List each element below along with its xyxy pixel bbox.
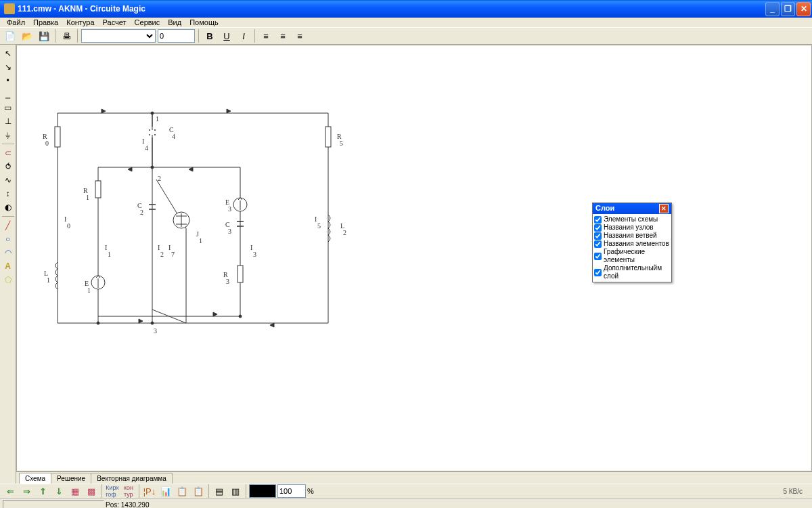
layer-item[interactable]: Названия элементов <box>594 240 670 248</box>
align-center-button[interactable]: ≡ <box>275 28 290 43</box>
current-tool[interactable]: ↕ <box>1 188 15 200</box>
bottom-tabs: Схема Решение Векторная диаграмма <box>16 471 812 484</box>
svg-text:2: 2 <box>158 175 161 182</box>
wire-tool[interactable]: ⎯ <box>1 88 15 100</box>
layer-item[interactable]: Названия ветвей <box>594 232 670 240</box>
font-combo[interactable] <box>81 29 156 43</box>
svg-text:7: 7 <box>171 251 175 258</box>
doc1-button[interactable]: 📋 <box>175 484 189 499</box>
node-tool[interactable]: • <box>1 75 15 87</box>
svg-text:1: 1 <box>87 287 91 294</box>
size-spinner[interactable] <box>158 29 195 43</box>
color-combo[interactable] <box>249 484 276 498</box>
menu-calc[interactable]: Расчет <box>99 18 131 26</box>
chart-button[interactable]: 📊 <box>158 484 173 499</box>
tool-b-button[interactable]: ▥ <box>228 484 243 499</box>
layer-checkbox[interactable] <box>594 269 602 276</box>
cursor-tool[interactable]: ↖ <box>1 47 15 60</box>
print-button[interactable]: 🖶 <box>59 28 74 43</box>
svg-text:4: 4 <box>145 144 148 152</box>
doc2-button[interactable]: 📋 <box>191 484 206 499</box>
svg-text:3: 3 <box>228 205 231 213</box>
layers-panel[interactable]: Слои ✕ Элементы схемы Названия узлов Наз… <box>592 203 672 282</box>
canvas[interactable]: R0 R5 R1 R3 C4 C2 C3 L1 L2 E1 E3 J1 1 2 … <box>16 45 812 471</box>
layer-item[interactable]: Названия узлов <box>594 224 670 232</box>
meter-tool[interactable]: ◐ <box>1 201 15 213</box>
italic-button[interactable]: I <box>236 28 251 43</box>
nav-down-button[interactable]: ⇓ <box>51 484 66 499</box>
menu-help[interactable]: Помощь <box>185 18 223 26</box>
line-tool[interactable]: ╱ <box>1 219 15 232</box>
arrow-tool[interactable]: ↘ <box>1 61 15 73</box>
left-toolbox: ↖ ↘ • ⎯ ▭ ⊥ ⏚ ⊂ ⥀ ∿ ↕ ◐ ╱ ○ ◠ A ⬠ <box>0 45 16 484</box>
menu-service[interactable]: Сервис <box>131 18 164 26</box>
svg-text:1: 1 <box>199 237 202 245</box>
align-right-button[interactable]: ≡ <box>292 28 307 43</box>
new-button[interactable]: 📄 <box>3 28 18 43</box>
layer-item[interactable]: Дополнительныйм слой <box>594 264 670 280</box>
svg-text:1: 1 <box>86 194 89 201</box>
bottom-toolbar: ⇐ ⇒ ⇑ ⇓ ▦ ▩ Кирхгоф контур ¦P↓ 📊 📋 📋 ▤ ▥… <box>0 484 812 499</box>
tab-schema[interactable]: Схема <box>19 473 51 484</box>
save-button[interactable]: 💾 <box>37 28 51 43</box>
svg-point-2 <box>151 322 154 324</box>
resistor-tool[interactable]: ▭ <box>1 102 15 114</box>
capacitor-tool[interactable]: ⊥ <box>1 115 15 127</box>
svg-text:I: I <box>250 244 252 251</box>
layer-checkbox[interactable] <box>594 253 602 260</box>
menu-file[interactable]: Файл <box>3 18 29 26</box>
tab-vector[interactable]: Векторная диаграмма <box>91 473 173 484</box>
maximize-button[interactable]: ❐ <box>781 2 795 16</box>
arc-tool[interactable]: ◠ <box>1 247 15 259</box>
layer-item[interactable]: Элементы схемы <box>594 215 670 224</box>
param-button[interactable]: ¦P↓ <box>142 484 157 499</box>
menu-edit[interactable]: Правка <box>29 18 62 26</box>
status-pos: Pos: 1430,290 <box>106 501 150 508</box>
calc-kon-button[interactable]: контур <box>121 484 136 499</box>
layer-checkbox[interactable] <box>594 224 602 232</box>
voltage-tool[interactable]: ∿ <box>1 174 15 186</box>
tab-solution[interactable]: Решение <box>51 473 91 484</box>
nav-right-button[interactable]: ⇒ <box>19 484 34 499</box>
svg-text:3: 3 <box>226 278 229 285</box>
underline-button[interactable]: U <box>219 28 234 43</box>
svg-text:2: 2 <box>343 229 346 236</box>
menu-circuits[interactable]: Контура <box>62 18 98 26</box>
layer-checkbox[interactable] <box>594 232 602 240</box>
nav-left-button[interactable]: ⇐ <box>3 484 18 499</box>
svg-text:3: 3 <box>228 228 231 235</box>
svg-rect-7 <box>95 181 101 198</box>
snap-button[interactable]: ▩ <box>84 484 99 499</box>
layer-checkbox[interactable] <box>594 240 602 248</box>
source-tool[interactable]: ⊂ <box>1 147 15 159</box>
layer-item[interactable]: Графические элементы <box>594 248 670 264</box>
zoom-input[interactable] <box>277 484 306 498</box>
close-button[interactable]: ✕ <box>796 2 811 16</box>
zoom-percent: % <box>307 487 314 495</box>
window-title: 111.cmw - AKNM - Circuite Magic <box>18 4 765 14</box>
circle-tool[interactable]: ○ <box>1 233 15 245</box>
svg-text:I: I <box>168 244 171 251</box>
circuit-schematic: R0 R5 R1 R3 C4 C2 C3 L1 L2 E1 E3 J1 1 2 … <box>37 66 348 338</box>
svg-rect-5 <box>55 127 60 147</box>
svg-text:1: 1 <box>108 251 111 258</box>
ground-tool[interactable]: ⏚ <box>1 129 15 141</box>
bold-button[interactable]: B <box>202 28 217 43</box>
menu-view[interactable]: Вид <box>164 18 185 26</box>
inductor-tool[interactable]: ⥀ <box>1 161 15 173</box>
nav-up-button[interactable]: ⇑ <box>35 484 50 499</box>
minimize-button[interactable]: _ <box>765 2 780 16</box>
layers-close-icon[interactable]: ✕ <box>659 204 669 213</box>
svg-text:3: 3 <box>253 251 256 258</box>
toolbar: 📄 📂 💾 🖶 B U I ≡ ≡ ≡ <box>0 27 812 45</box>
align-left-button[interactable]: ≡ <box>258 28 273 43</box>
layer-checkbox[interactable] <box>594 216 602 224</box>
text-tool[interactable]: A <box>1 260 15 272</box>
calc-kirch-button[interactable]: Кирхгоф <box>105 484 120 499</box>
grid-button[interactable]: ▦ <box>68 484 83 499</box>
tool-a-button[interactable]: ▤ <box>212 484 227 499</box>
svg-text:I: I <box>158 244 160 251</box>
open-button[interactable]: 📂 <box>20 28 35 43</box>
layers-header[interactable]: Слои ✕ <box>593 203 671 214</box>
polygon-tool[interactable]: ⬠ <box>1 274 15 286</box>
